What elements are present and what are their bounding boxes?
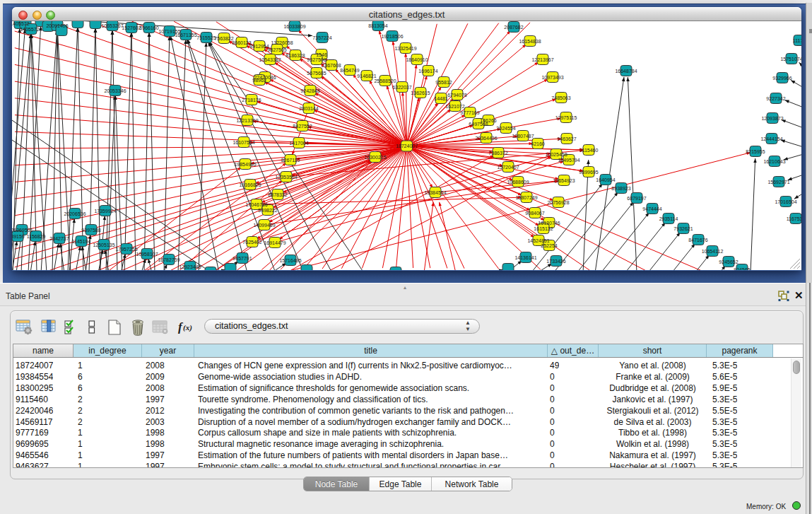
svg-text:15692971: 15692971	[767, 180, 789, 185]
svg-text:955812: 955812	[435, 80, 452, 85]
svg-text:19166825: 19166825	[239, 182, 261, 187]
svg-text:2803144: 2803144	[299, 106, 318, 111]
svg-text:19654923: 19654923	[553, 178, 575, 183]
svg-text:18724007: 18724007	[396, 144, 418, 148]
svg-text:6322037: 6322037	[392, 85, 411, 90]
svg-text:12505135: 12505135	[93, 243, 114, 247]
svg-text:10973493: 10973493	[541, 75, 563, 80]
svg-text:924565: 924565	[734, 267, 750, 271]
svg-text:10653267: 10653267	[101, 23, 123, 28]
svg-text:11171: 11171	[793, 38, 801, 43]
svg-text:12353594: 12353594	[275, 175, 297, 180]
svg-text:2367608: 2367608	[322, 63, 341, 68]
svg-text:9474444: 9474444	[642, 206, 661, 211]
svg-text:7357224: 7357224	[312, 35, 331, 40]
svg-text:9457791: 9457791	[233, 256, 252, 261]
svg-text:1615132: 1615132	[534, 226, 553, 231]
svg-text:12093873: 12093873	[761, 116, 783, 121]
svg-text:15300215: 15300215	[364, 155, 386, 160]
svg-text:1405572: 1405572	[12, 21, 30, 26]
svg-text:6879197: 6879197	[627, 196, 646, 201]
svg-text:19384554: 19384554	[424, 190, 446, 195]
svg-text:20053346: 20053346	[104, 88, 126, 93]
svg-text:14481: 14481	[434, 96, 448, 101]
svg-text:16210643: 16210643	[763, 159, 785, 164]
svg-text:16154838: 16154838	[519, 39, 541, 44]
svg-text:9329966: 9329966	[772, 76, 792, 81]
svg-text:2935114: 2935114	[659, 216, 678, 221]
svg-text:9463627: 9463627	[557, 136, 576, 141]
svg-text:6966160: 6966160	[139, 25, 158, 30]
svg-text:9777169: 9777169	[460, 110, 479, 115]
svg-text:39159: 39159	[12, 234, 25, 239]
svg-text:1417004: 1417004	[289, 141, 308, 146]
svg-text:17016504: 17016504	[775, 199, 796, 204]
svg-text:9245652: 9245652	[719, 259, 738, 264]
svg-text:1621072: 1621072	[445, 104, 464, 109]
svg-text:14055724: 14055724	[20, 27, 42, 32]
svg-text:1640954: 1640954	[596, 177, 615, 182]
svg-text:13325419: 13325419	[394, 46, 416, 51]
svg-text:9242848: 9242848	[300, 88, 319, 93]
svg-text:10807487: 10807487	[512, 134, 534, 139]
svg-text:9146821: 9146821	[357, 74, 376, 78]
svg-text:16671355: 16671355	[175, 33, 196, 37]
svg-text:(x): (x)	[183, 323, 192, 332]
svg-text:19854985: 19854985	[234, 162, 256, 167]
svg-text:16782759: 16782759	[158, 257, 180, 262]
svg-text:6497568: 6497568	[469, 122, 488, 127]
svg-text:20756928: 20756928	[547, 200, 569, 205]
svg-text:8471676: 8471676	[688, 238, 707, 243]
svg-text:13226058: 13226058	[271, 40, 293, 45]
svg-text:1696174: 1696174	[418, 69, 437, 74]
svg-text:17046786: 17046786	[245, 202, 267, 207]
svg-text:12213369: 12213369	[236, 118, 258, 123]
svg-text:15751074: 15751074	[780, 57, 801, 62]
svg-text:16914479: 16914479	[264, 240, 286, 245]
svg-text:1362615: 1362615	[411, 90, 430, 95]
svg-text:10654112: 10654112	[702, 249, 724, 254]
svg-text:10543382: 10543382	[259, 57, 281, 62]
svg-text:16033809: 16033809	[283, 24, 305, 29]
svg-text:2342737: 2342737	[49, 236, 69, 241]
svg-text:16648784: 16648784	[615, 69, 637, 74]
svg-text:8660123: 8660123	[232, 40, 251, 45]
svg-text:8215955: 8215955	[746, 149, 765, 154]
svg-text:98963: 98963	[252, 78, 266, 83]
svg-text:20091406: 20091406	[46, 23, 68, 28]
svg-text:7515525: 7515525	[196, 35, 216, 40]
svg-text:26269501: 26269501	[12, 228, 33, 233]
svg-text:10688609: 10688609	[507, 180, 529, 185]
svg-text:10025458: 10025458	[545, 152, 567, 157]
svg-text:15807249: 15807249	[515, 195, 537, 200]
svg-text:8912954: 8912954	[249, 44, 269, 49]
svg-text:14099469: 14099469	[253, 223, 275, 228]
svg-text:8938923: 8938923	[611, 186, 630, 191]
svg-text:16107554: 16107554	[233, 140, 254, 145]
svg-text:2087682: 2087682	[504, 25, 523, 30]
svg-text:8267110: 8267110	[281, 158, 300, 163]
svg-text:17957255: 17957255	[115, 247, 137, 252]
svg-text:7932621: 7932621	[673, 226, 693, 231]
svg-text:12975115: 12975115	[555, 115, 577, 120]
svg-text:12444154: 12444154	[760, 136, 782, 141]
svg-text:19218506: 19218506	[381, 34, 403, 39]
svg-text:8427552: 8427552	[293, 124, 312, 129]
svg-text:9227342: 9227342	[766, 96, 785, 101]
svg-text:14524851: 14524851	[527, 238, 549, 243]
svg-text:17359924: 17359924	[94, 209, 116, 214]
svg-text:15720407: 15720407	[497, 165, 519, 170]
svg-text:14136141: 14136141	[514, 255, 536, 260]
svg-text:12923445: 12923445	[179, 264, 201, 269]
svg-text:7625402: 7625402	[242, 240, 261, 245]
svg-text:9397588: 9397588	[81, 228, 100, 233]
svg-text:1546: 1546	[316, 52, 327, 57]
svg-text:2718176: 2718176	[242, 98, 261, 103]
svg-text:1167533: 1167533	[787, 216, 801, 221]
svg-text:8878332: 8878332	[268, 192, 287, 197]
svg-text:10958107: 10958107	[136, 252, 158, 257]
svg-text:1145194: 1145194	[72, 239, 91, 244]
svg-text:7563822: 7563822	[214, 36, 233, 41]
svg-text:252254: 252254	[541, 243, 557, 248]
svg-text:42160: 42160	[531, 141, 545, 146]
